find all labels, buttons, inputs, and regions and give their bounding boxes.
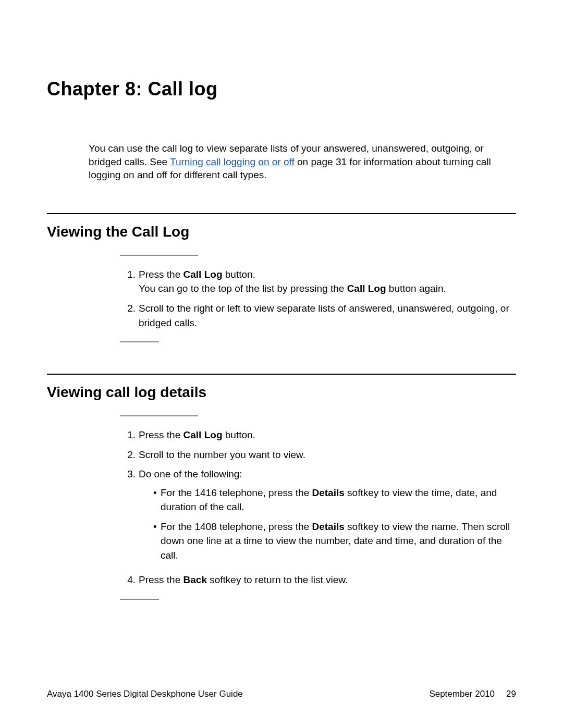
step-number: 1. (125, 428, 139, 442)
bullet-item: • For the 1408 telephone, press the Deta… (153, 520, 511, 563)
step-body: Press the Call Log button. (139, 428, 511, 442)
steps-end-rule (120, 341, 159, 342)
section-title-viewing-call-log: Viewing the Call Log (47, 224, 516, 240)
bullet-icon: • (153, 520, 161, 563)
step-number: 2. (125, 448, 139, 462)
step-item: 1. Press the Call Log button. You can go… (125, 267, 511, 296)
bold-details: Details (312, 521, 344, 532)
steps-start-rule (120, 255, 198, 256)
bullet-item: • For the 1416 telephone, press the Deta… (153, 486, 511, 514)
footer-date: September 2010 (429, 689, 495, 699)
step-number: 2. (125, 301, 139, 330)
steps-end-rule (120, 599, 159, 600)
steps-section1: 1. Press the Call Log button. You can go… (125, 267, 511, 330)
page-footer: Avaya 1400 Series Digital Deskphone User… (47, 689, 516, 699)
step-body: Do one of the following: • For the 1416 … (139, 467, 511, 567)
step-body: Scroll to the number you want to view. (139, 448, 511, 462)
text: button again. (386, 283, 446, 294)
text: For the 1416 telephone, press the (161, 487, 312, 498)
text: Press the (139, 269, 183, 280)
text: You can go to the top of the list by pre… (139, 283, 347, 294)
footer-doc-title: Avaya 1400 Series Digital Deskphone User… (47, 689, 243, 699)
link-turning-call-logging[interactable]: Turning call logging on or off (170, 156, 295, 167)
chapter-title: Chapter 8: Call log (47, 78, 516, 100)
text: For the 1408 telephone, press the (161, 521, 312, 532)
text: Press the (139, 429, 183, 440)
step-number: 3. (125, 467, 139, 567)
bold-call-log: Call Log (183, 269, 223, 280)
step-item: 3. Do one of the following: • For the 14… (125, 467, 511, 567)
bold-call-log: Call Log (347, 283, 386, 294)
footer-page-number: 29 (506, 689, 516, 699)
text: button. (223, 269, 255, 280)
text: Press the (139, 574, 183, 585)
bold-call-log: Call Log (183, 429, 223, 440)
step-body: Press the Call Log button. You can go to… (139, 267, 511, 296)
bold-back: Back (183, 574, 207, 585)
step-item: 2. Scroll to the right or left to view s… (125, 301, 511, 330)
step-body: Press the Back softkey to return to the … (139, 573, 511, 587)
step-number: 1. (125, 267, 139, 296)
text: softkey to return to the list view. (207, 574, 348, 585)
steps-start-rule (120, 415, 198, 416)
step-item: 1. Press the Call Log button. (125, 428, 511, 442)
text: Do one of the following: (139, 468, 242, 479)
step-number: 4. (125, 573, 139, 587)
text: button. (223, 429, 255, 440)
steps-section2: 1. Press the Call Log button. 2. Scroll … (125, 428, 511, 587)
bullet-body: For the 1408 telephone, press the Detail… (161, 520, 511, 563)
section-divider (47, 374, 516, 375)
intro-paragraph: You can use the call log to view separat… (89, 142, 511, 182)
sub-bullets: • For the 1416 telephone, press the Deta… (153, 486, 511, 563)
step-body: Scroll to the right or left to view sepa… (139, 301, 511, 330)
step-item: 2. Scroll to the number you want to view… (125, 448, 511, 462)
bold-details: Details (312, 487, 344, 498)
step-item: 4. Press the Back softkey to return to t… (125, 573, 511, 587)
footer-right: September 2010 29 (429, 689, 516, 699)
bullet-icon: • (153, 486, 161, 514)
bullet-body: For the 1416 telephone, press the Detail… (161, 486, 511, 514)
section-divider (47, 213, 516, 214)
section-title-viewing-call-log-details: Viewing call log details (47, 384, 516, 401)
document-page: Chapter 8: Call log You can use the call… (0, 0, 563, 728)
